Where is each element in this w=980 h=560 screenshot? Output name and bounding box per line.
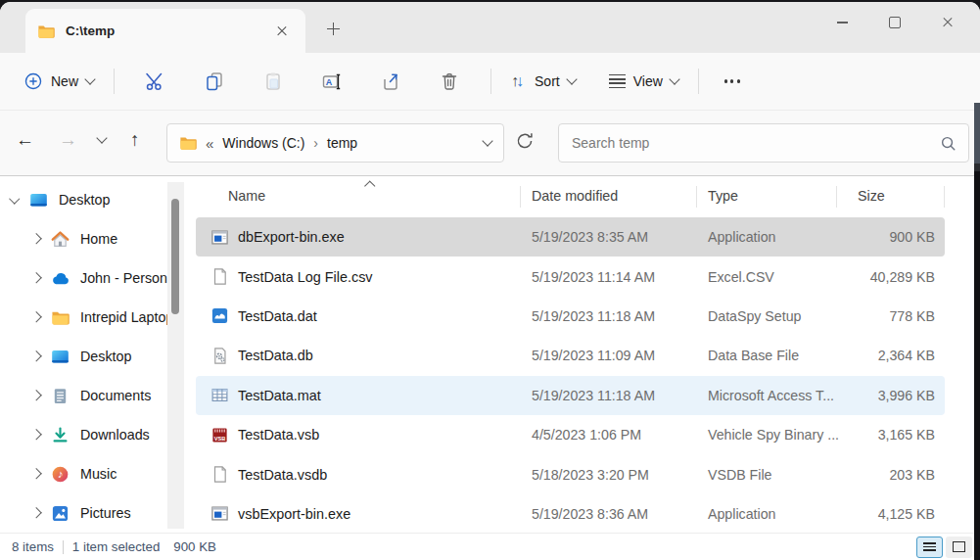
expand-chevron[interactable] bbox=[29, 313, 43, 321]
file-type-icon bbox=[210, 504, 229, 523]
file-row[interactable]: TestData.mat 5/19/2023 11:18 AM Microsof… bbox=[196, 376, 945, 415]
status-bar: 8 items 1 item selected 900 KB bbox=[0, 533, 980, 560]
breadcrumb-current[interactable]: temp bbox=[327, 135, 357, 151]
rename-button[interactable]: A bbox=[303, 60, 361, 103]
sort-button-label: Sort bbox=[535, 73, 560, 89]
sidebar-item[interactable]: Music bbox=[0, 454, 186, 493]
sidebar-item-label: Pictures bbox=[80, 505, 131, 521]
expand-chevron[interactable] bbox=[29, 431, 43, 439]
delete-button[interactable] bbox=[420, 60, 479, 103]
copy-button[interactable] bbox=[185, 60, 244, 103]
file-name: vsbExport-bin.exe bbox=[238, 506, 350, 522]
sidebar-item[interactable]: Intrepid Laptop bbox=[0, 298, 186, 337]
recent-locations-chevron[interactable] bbox=[96, 132, 107, 143]
file-row[interactable]: TestData.dat 5/19/2023 11:18 AM DataSpy … bbox=[196, 297, 945, 336]
tab-ctemp[interactable]: C:\temp bbox=[25, 9, 305, 53]
expand-chevron[interactable] bbox=[29, 352, 43, 360]
sort-button[interactable]: ↑↓ Sort bbox=[503, 67, 583, 96]
forward-button[interactable]: → bbox=[59, 130, 77, 149]
minimize-button[interactable] bbox=[816, 2, 868, 43]
file-date-modified: 5/19/2023 11:09 AM bbox=[532, 348, 655, 363]
file-type-icon bbox=[210, 347, 229, 365]
details-view-icon bbox=[923, 542, 936, 551]
file-list: dbExport-bin.exe 5/19/2023 8:35 AM Appli… bbox=[196, 217, 945, 534]
file-type: DataSpy Setup bbox=[708, 308, 801, 324]
sidebar-item-icon bbox=[51, 348, 70, 366]
breadcrumb-overflow[interactable]: « bbox=[206, 135, 213, 152]
window-controls bbox=[816, 2, 974, 43]
sidebar-item[interactable]: Desktop bbox=[0, 180, 186, 219]
breadcrumb-root[interactable]: Windows (C:) bbox=[222, 135, 304, 151]
column-separator[interactable] bbox=[836, 186, 837, 208]
expand-chevron[interactable] bbox=[8, 198, 22, 203]
file-size: 900 KB bbox=[808, 229, 935, 245]
up-button[interactable]: ↑ bbox=[130, 130, 140, 149]
new-tab-button[interactable] bbox=[319, 15, 347, 42]
sidebar-item[interactable]: Downloads bbox=[0, 415, 186, 454]
search-icon bbox=[940, 135, 957, 152]
expand-chevron[interactable] bbox=[29, 274, 43, 282]
file-date-modified: 4/5/2023 1:06 PM bbox=[532, 427, 641, 443]
paste-button[interactable] bbox=[244, 60, 303, 103]
expand-chevron[interactable] bbox=[29, 235, 43, 243]
column-separator[interactable] bbox=[944, 186, 945, 208]
sidebar-scrollbar[interactable] bbox=[167, 182, 184, 529]
expand-chevron[interactable] bbox=[29, 470, 43, 478]
details-view-button[interactable] bbox=[916, 537, 943, 558]
file-date-modified: 5/19/2023 11:18 AM bbox=[532, 308, 655, 324]
sidebar-item[interactable]: Home bbox=[0, 219, 186, 258]
share-icon bbox=[380, 70, 401, 92]
scrollbar-thumb[interactable] bbox=[171, 199, 179, 314]
maximize-button[interactable] bbox=[868, 2, 921, 43]
file-row[interactable]: dbExport-bin.exe 5/19/2023 8:35 AM Appli… bbox=[196, 217, 945, 257]
file-row[interactable]: TestData.vsb 4/5/2023 1:06 PM Vehicle Sp… bbox=[196, 415, 945, 454]
file-type: Application bbox=[708, 229, 775, 245]
file-name: TestData.vsb bbox=[238, 427, 319, 443]
file-size: 3,996 KB bbox=[808, 388, 935, 403]
column-separator[interactable] bbox=[696, 186, 697, 208]
sidebar-item[interactable]: John - Persona bbox=[0, 258, 186, 298]
file-date-modified: 5/18/2023 3:20 PM bbox=[532, 467, 649, 483]
new-button-label: New bbox=[51, 73, 78, 89]
close-icon bbox=[942, 17, 954, 28]
file-name: TestData.vsdb bbox=[238, 467, 327, 483]
address-dropdown-chevron[interactable] bbox=[482, 135, 492, 146]
file-row[interactable]: vsbExport-bin.exe 5/19/2023 8:36 AM Appl… bbox=[196, 494, 945, 534]
sidebar-item[interactable]: Desktop bbox=[0, 337, 186, 376]
file-size: 203 KB bbox=[808, 467, 935, 483]
column-header-date-modified[interactable]: Date modified bbox=[532, 188, 618, 204]
share-button[interactable] bbox=[361, 60, 420, 103]
background-window-edge bbox=[974, 103, 980, 560]
file-size: 778 KB bbox=[808, 308, 935, 324]
ellipsis-icon bbox=[724, 79, 741, 82]
column-header-name[interactable]: Name bbox=[228, 188, 265, 204]
close-window-button[interactable] bbox=[921, 2, 974, 43]
new-button[interactable]: New bbox=[16, 66, 102, 97]
large-icons-view-button[interactable] bbox=[946, 537, 972, 558]
file-row[interactable]: TestData.vsdb 5/18/2023 3:20 PM VSDB Fil… bbox=[196, 454, 945, 493]
refresh-button[interactable] bbox=[515, 131, 535, 155]
close-icon bbox=[276, 25, 288, 37]
sidebar-item[interactable]: Documents bbox=[0, 376, 186, 415]
tab-title: C:\temp bbox=[66, 23, 115, 38]
file-row[interactable]: TestData Log File.csv 5/19/2023 11:14 AM… bbox=[196, 257, 945, 296]
view-button[interactable]: View bbox=[601, 68, 686, 95]
chevron-down-icon bbox=[84, 73, 95, 84]
tab-close-button[interactable] bbox=[270, 20, 294, 43]
chevron-down-icon bbox=[566, 73, 577, 84]
expand-chevron[interactable] bbox=[29, 392, 43, 399]
sidebar-item-label: Desktop bbox=[59, 192, 110, 208]
expand-chevron[interactable] bbox=[29, 509, 43, 517]
cut-button[interactable] bbox=[126, 60, 185, 103]
file-row[interactable]: TestData.db 5/19/2023 11:09 AM Data Base… bbox=[196, 336, 945, 375]
plus-circle-icon bbox=[23, 71, 43, 91]
column-header-size[interactable]: Size bbox=[858, 188, 885, 204]
column-header-type[interactable]: Type bbox=[708, 188, 738, 204]
address-bar[interactable]: « Windows (C:) › temp bbox=[166, 123, 504, 163]
column-separator[interactable] bbox=[520, 186, 521, 208]
see-more-button[interactable] bbox=[711, 60, 754, 103]
sidebar-item[interactable]: Pictures bbox=[0, 493, 186, 533]
sidebar-item-label: Music bbox=[80, 466, 117, 482]
search-input[interactable] bbox=[559, 135, 940, 151]
back-button[interactable]: ← bbox=[16, 130, 34, 149]
